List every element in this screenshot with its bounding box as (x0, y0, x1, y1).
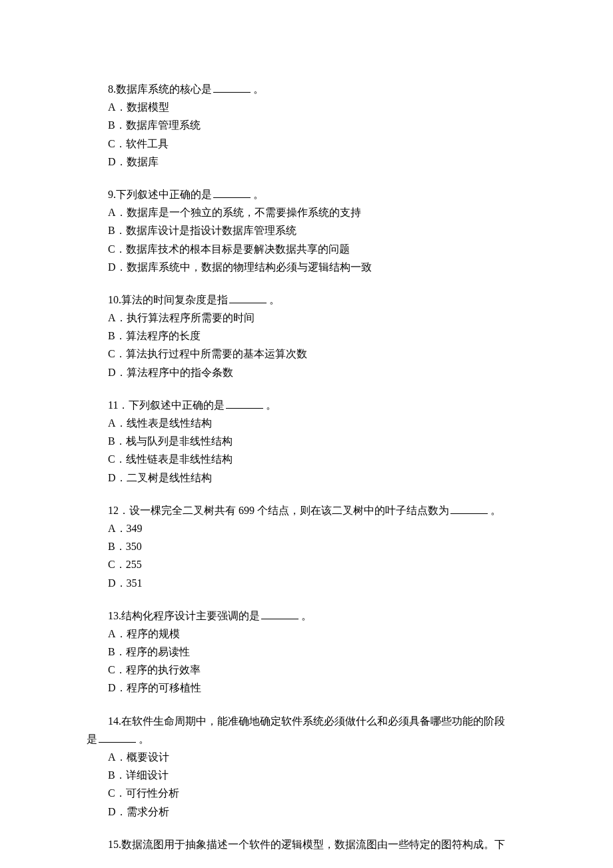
question-12: 12．设一棵完全二叉树共有 699 个结点，则在该二叉树中的叶子结点数为。 A．… (87, 501, 526, 592)
question-prompt: 9.下列叙述中正确的是。 (87, 185, 526, 203)
option-d: D．需求分析 (87, 803, 526, 821)
question-number: 14 (108, 715, 119, 727)
question-9: 9.下列叙述中正确的是。 A．数据库是一个独立的系统，不需要操作系统的支持 B．… (87, 185, 526, 276)
question-14: 14.在软件生命周期中，能准确地确定软件系统必须做什么和必须具备哪些功能的阶段 … (87, 712, 526, 821)
option-b: B．算法程序的长度 (87, 327, 526, 345)
option-d: D．数据库系统中，数据的物理结构必须与逻辑结构一致 (87, 258, 526, 276)
prompt-text: ．设一棵完全二叉树共有 699 个结点，则在该二叉树中的叶子结点数为 (119, 505, 449, 516)
option-c: C．线性链表是非线性结构 (87, 450, 526, 468)
option-c: C．数据库技术的根本目标是要解决数据共享的问题 (87, 240, 526, 258)
question-number: 11 (108, 399, 118, 411)
prompt-end: 。 (269, 294, 280, 305)
option-b: B．详细设计 (87, 766, 526, 784)
option-a: A．程序的规模 (87, 625, 526, 643)
prompt-end: 。 (139, 733, 149, 745)
option-b: B．数据库设计是指设计数据库管理系统 (87, 221, 526, 239)
option-a: A．概要设计 (87, 748, 526, 766)
prompt-text: .算法的时间复杂度是指 (119, 294, 228, 305)
option-c: C．算法执行过程中所需要的基本运算次数 (87, 345, 526, 363)
question-8: 8.数据库系统的核心是。 A．数据模型 B．数据库管理系统 C．软件工具 D．数… (87, 80, 526, 171)
prompt-text: .下列叙述中正确的是 (113, 189, 212, 200)
question-prompt: 13.结构化程序设计主要强调的是。 (87, 607, 526, 625)
question-prompt-line2: 是。 (87, 730, 526, 748)
option-b: B．数据库管理系统 (87, 116, 526, 134)
question-number: 12 (108, 505, 119, 516)
question-13: 13.结构化程序设计主要强调的是。 A．程序的规模 B．程序的易读性 C．程序的… (87, 607, 526, 697)
question-prompt: 15.数据流图用于抽象描述一个软件的逻辑模型，数据流图由一些特定的图符构成。下 (87, 835, 526, 853)
prompt-end: 。 (253, 83, 264, 95)
question-prompt-line1: 14.在软件生命周期中，能准确地确定软件系统必须做什么和必须具备哪些功能的阶段 (87, 712, 526, 730)
prompt-text: ．下列叙述中正确的是 (118, 399, 225, 411)
prompt-end: 。 (490, 505, 501, 516)
fill-blank (99, 733, 136, 742)
option-d: D．二叉树是线性结构 (87, 469, 526, 487)
fill-blank (213, 189, 251, 198)
prompt-end: 。 (301, 610, 312, 621)
option-d: D．程序的可移植性 (87, 679, 526, 697)
prompt-text: .数据库系统的核心是 (113, 83, 212, 95)
option-c: C．可行性分析 (87, 784, 526, 802)
fill-blank (213, 83, 251, 93)
question-10: 10.算法的时间复杂度是指。 A．执行算法程序所需要的时间 B．算法程序的长度 … (87, 291, 526, 381)
question-prompt: 8.数据库系统的核心是。 (87, 80, 526, 98)
question-prompt: 10.算法的时间复杂度是指。 (87, 291, 526, 309)
question-prompt: 12．设一棵完全二叉树共有 699 个结点，则在该二叉树中的叶子结点数为。 (87, 501, 526, 519)
prompt-text: .数据流图用于抽象描述一个软件的逻辑模型，数据流图由一些特定的图符构成。下 (119, 839, 505, 850)
option-a: A．349 (87, 519, 526, 537)
option-a: A．数据模型 (87, 98, 526, 116)
option-d: D．数据库 (87, 153, 526, 171)
question-number: 10 (108, 294, 119, 305)
prompt-text: .在软件生命周期中，能准确地确定软件系统必须做什么和必须具备哪些功能的阶段 (119, 715, 505, 727)
option-c: C．程序的执行效率 (87, 661, 526, 679)
question-11: 11．下列叙述中正确的是。 A．线性表是线性结构 B．栈与队列是非线性结构 C．… (87, 396, 526, 487)
fill-blank (450, 504, 488, 513)
prompt-end: 。 (266, 399, 277, 411)
option-d: D．351 (87, 574, 526, 592)
option-b: B．350 (87, 537, 526, 555)
option-a: A．执行算法程序所需要的时间 (87, 309, 526, 327)
fill-blank (261, 609, 299, 619)
option-d: D．算法程序中的指令条数 (87, 363, 526, 381)
fill-blank (226, 399, 263, 408)
question-15: 15.数据流图用于抽象描述一个软件的逻辑模型，数据流图由一些特定的图符构成。下 (87, 835, 526, 853)
question-number: 13 (108, 610, 119, 621)
question-prompt: 11．下列叙述中正确的是。 (87, 396, 526, 414)
option-b: B．程序的易读性 (87, 643, 526, 661)
option-b: B．栈与队列是非线性结构 (87, 432, 526, 450)
option-a: A．数据库是一个独立的系统，不需要操作系统的支持 (87, 203, 526, 221)
fill-blank (229, 293, 267, 303)
option-c: C．255 (87, 555, 526, 573)
prompt-text: 是 (87, 733, 97, 745)
question-number: 8 (108, 83, 113, 95)
option-c: C．软件工具 (87, 135, 526, 153)
prompt-text: .结构化程序设计主要强调的是 (119, 610, 260, 621)
option-a: A．线性表是线性结构 (87, 414, 526, 432)
question-number: 15 (108, 839, 119, 850)
question-number: 9 (108, 189, 113, 200)
prompt-end: 。 (253, 189, 264, 200)
